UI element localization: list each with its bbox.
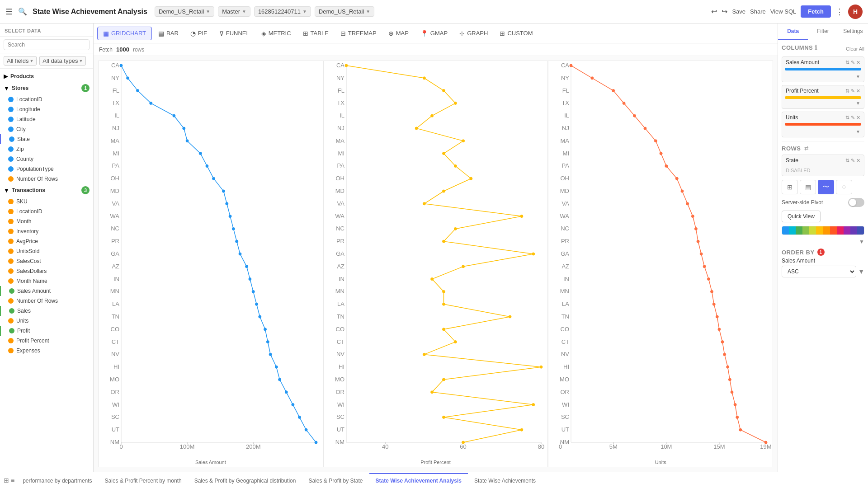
tool-treemap[interactable]: ⊟ TREEMAP xyxy=(335,27,382,40)
svg-text:CO: CO xyxy=(561,326,570,333)
rows-expand-icon[interactable]: ⇄ xyxy=(804,145,809,151)
all-fields-filter[interactable]: All fields ▼ xyxy=(4,56,37,66)
sidebar-item-sales[interactable]: Sales xyxy=(0,306,93,316)
sidebar-item-latitude[interactable]: Latitude xyxy=(0,114,93,124)
tab-performance[interactable]: performance by departments xyxy=(16,473,98,488)
col-expand-icon-1[interactable]: ▼ xyxy=(856,101,860,106)
tab-sales-profit[interactable]: Sales & Profit Percent by month xyxy=(99,473,188,488)
tool-custom[interactable]: ⊞ CUSTOM xyxy=(494,27,538,40)
col-sort-icon-0[interactable]: ⇅ xyxy=(845,60,849,66)
col-edit-icon-0[interactable]: ✎ xyxy=(851,60,855,66)
menu-icon[interactable]: ☰ xyxy=(5,7,13,17)
quick-view-button[interactable]: Quick View xyxy=(782,211,821,222)
row-remove-icon[interactable]: ✕ xyxy=(856,158,860,164)
sidebar-item-expenses[interactable]: Expenses xyxy=(0,346,93,356)
tool-graph[interactable]: ⊹ GRAPH xyxy=(454,27,493,40)
sidebar-item-profitpercent[interactable]: Profit Percent xyxy=(0,336,93,346)
sidebar-item-salesdollars[interactable]: SalesDollars xyxy=(0,266,93,276)
row-sort-icon[interactable]: ⇅ xyxy=(845,158,849,164)
tool-funnel[interactable]: ⊽ FUNNEL xyxy=(214,27,255,40)
sidebar-item-salesamount[interactable]: Sales Amount xyxy=(0,286,93,296)
pill-id[interactable]: 1628512240711 ▼ xyxy=(254,6,311,17)
chart1-ylabel: State xyxy=(98,61,305,61)
col-edit-icon-2[interactable]: ✎ xyxy=(851,115,855,121)
tool-gmap[interactable]: 📍 GMAP xyxy=(415,27,453,40)
view-table-icon[interactable]: ▤ xyxy=(800,180,816,194)
tool-table[interactable]: ⊞ TABLE xyxy=(297,27,334,40)
tool-pie[interactable]: ◔ PIE xyxy=(185,27,213,40)
sidebar-item-monthname[interactable]: Month Name xyxy=(0,276,93,286)
sidebar-item-profit[interactable]: Profit xyxy=(0,326,93,336)
fetch-button[interactable]: Fetch xyxy=(801,5,831,18)
col-sort-icon-2[interactable]: ⇅ xyxy=(845,115,849,121)
col-expand-icon-0[interactable]: ▼ xyxy=(856,74,860,79)
tool-metric[interactable]: ◈ METRIC xyxy=(256,27,297,40)
sidebar-item-avgprice[interactable]: AvgPrice xyxy=(0,236,93,246)
server-side-pivot-toggle[interactable] xyxy=(848,198,864,207)
redo-button[interactable]: ↪ xyxy=(722,7,727,16)
undo-button[interactable]: ↩ xyxy=(711,7,717,16)
sidebar-item-numrows2[interactable]: Number Of Rows xyxy=(0,296,93,306)
col-remove-icon-2[interactable]: ✕ xyxy=(856,115,860,121)
columns-info-icon[interactable]: ℹ xyxy=(815,44,817,51)
col-remove-icon-1[interactable]: ✕ xyxy=(856,88,860,94)
sidebar-item-month[interactable]: Month xyxy=(0,216,93,226)
search-icon[interactable]: 🔍 xyxy=(18,7,27,16)
all-types-filter[interactable]: All data types ▼ xyxy=(39,56,86,66)
tool-map[interactable]: ⊕ MAP xyxy=(383,27,414,40)
sidebar-item-longitude[interactable]: Longitude xyxy=(0,104,93,114)
tab-settings[interactable]: Settings xyxy=(838,23,868,40)
sidebar-item-inventory[interactable]: Inventory xyxy=(0,226,93,236)
col-remove-icon-0[interactable]: ✕ xyxy=(856,60,860,66)
row-edit-icon[interactable]: ✎ xyxy=(851,158,855,164)
tab-state-achievements[interactable]: State Wise Achievements xyxy=(468,473,542,488)
sidebar-item-populationtype[interactable]: PopulationType xyxy=(0,164,93,174)
col-edit-icon-1[interactable]: ✎ xyxy=(851,88,855,94)
pill-schema[interactable]: Demo_US_Retail ▼ xyxy=(315,6,374,17)
tool-bar[interactable]: ▤ BAR xyxy=(153,27,184,40)
sidebar-item-locationid-t[interactable]: LocationID xyxy=(0,206,93,216)
search-input[interactable] xyxy=(4,39,90,50)
sidebar-item-sku[interactable]: SKU xyxy=(0,197,93,206)
col-sort-icon-1[interactable]: ⇅ xyxy=(845,88,849,94)
sidebar-group-products-header[interactable]: ▶ Products xyxy=(0,70,93,82)
sidebar-item-units[interactable]: Units xyxy=(0,316,93,326)
sidebar-item-unitssold[interactable]: UnitsSold xyxy=(0,246,93,256)
palette-expand-icon[interactable]: ▼ xyxy=(859,239,864,245)
clear-all-button[interactable]: Clear All xyxy=(846,46,864,52)
save-button[interactable]: Save xyxy=(732,8,745,15)
pill-datasource[interactable]: Demo_US_Retail ▼ xyxy=(155,6,214,17)
svg-point-55 xyxy=(245,265,248,268)
sidebar-item-city[interactable]: City xyxy=(0,124,93,134)
more-options-icon[interactable]: ⋮ xyxy=(835,7,844,17)
view-grid-icon[interactable]: ⊞ xyxy=(782,180,798,194)
add-tab-icon[interactable]: ⊞ xyxy=(4,477,9,484)
sidebar-item-numrows[interactable]: Number Of Rows xyxy=(0,174,93,184)
sidebar-group-transactions-header[interactable]: ▼ Transactions 3 xyxy=(0,184,93,197)
order-by-select[interactable]: ASC DESC xyxy=(782,266,856,277)
sidebar-item-salescost[interactable]: SalesCost xyxy=(0,256,93,266)
field-icon-expenses xyxy=(8,348,14,353)
order-by-down-icon[interactable]: ▼ xyxy=(858,268,864,275)
tab-state-wise[interactable]: State Wise Achievement Analysis xyxy=(369,473,468,488)
view-line-icon[interactable]: 〜 xyxy=(818,180,834,194)
view-scatter-icon[interactable]: ⁘ xyxy=(836,180,852,194)
share-button[interactable]: Share xyxy=(750,8,766,15)
tab-sales-state[interactable]: Sales & Profit by State xyxy=(302,473,369,488)
tool-gridchart[interactable]: ▦ GRIDCHART xyxy=(97,27,152,40)
sidebar-item-county[interactable]: County xyxy=(0,154,93,164)
svg-point-138 xyxy=(442,378,445,381)
sidebar-item-zip[interactable]: Zip xyxy=(0,144,93,154)
sidebar-item-state[interactable]: State xyxy=(0,134,93,144)
col-expand-icon-2[interactable]: ▼ xyxy=(856,129,860,134)
view-sql-button[interactable]: View SQL xyxy=(770,8,797,15)
tab-data[interactable]: Data xyxy=(778,23,808,40)
pill-master[interactable]: Master ▼ xyxy=(218,6,250,17)
tab-sales-geo[interactable]: Sales & Profit by Geographical distribut… xyxy=(188,473,302,488)
browse-tabs-icon[interactable]: ≡ xyxy=(11,477,14,484)
sidebar-group-stores-header[interactable]: ▼ Stores 1 xyxy=(0,82,93,94)
svg-point-131 xyxy=(442,290,445,293)
sidebar-item-locationid[interactable]: LocationID xyxy=(0,94,93,104)
color-palette[interactable] xyxy=(782,226,864,235)
tab-filter[interactable]: Filter xyxy=(808,23,838,40)
